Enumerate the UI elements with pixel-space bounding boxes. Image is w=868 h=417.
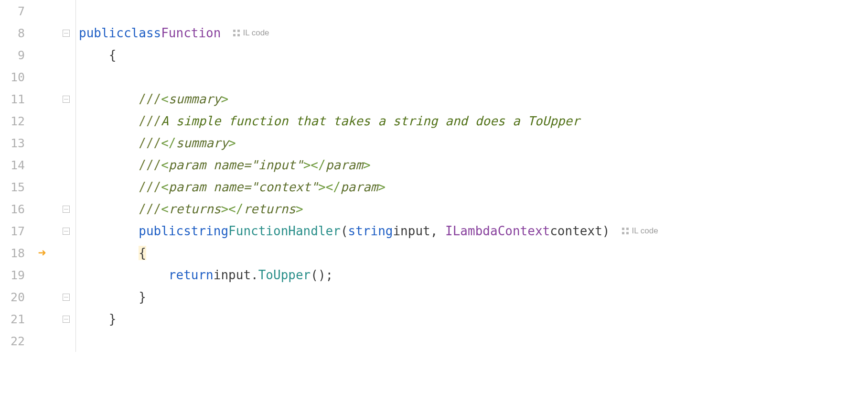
indent — [79, 114, 139, 128]
type: string — [348, 224, 393, 238]
keyword: return — [169, 268, 214, 282]
svg-rect-5 — [626, 228, 629, 230]
doc-slashes: /// — [139, 202, 161, 216]
line-number: 7 — [0, 4, 28, 18]
code-line[interactable]: /// </summary> — [76, 132, 868, 154]
code-line[interactable]: public string FunctionHandler(string inp… — [76, 220, 868, 242]
svg-rect-1 — [237, 30, 240, 32]
il-icon — [622, 228, 629, 234]
indent — [79, 224, 139, 238]
code-line[interactable]: } — [76, 286, 868, 308]
il-icon — [233, 30, 240, 36]
code-line[interactable]: { — [76, 242, 868, 264]
code-line[interactable]: /// A simple function that takes a strin… — [76, 110, 868, 132]
type: string — [183, 224, 228, 238]
doc-tag: <summary> — [161, 92, 228, 106]
doc-tag: <returns></returns> — [161, 202, 303, 216]
doc-slashes: /// — [139, 158, 161, 172]
code-line[interactable]: /// <summary> — [76, 88, 868, 110]
indent — [79, 312, 109, 326]
brace: } — [109, 312, 117, 326]
svg-rect-3 — [237, 34, 240, 36]
parens: () — [311, 268, 325, 282]
line-number: 22 — [0, 334, 28, 348]
line-number: 18 — [0, 246, 28, 260]
fold-toggle[interactable] — [63, 206, 70, 213]
indent — [79, 92, 139, 106]
svg-rect-6 — [622, 232, 624, 234]
doc-slashes: /// — [139, 92, 161, 106]
code-line[interactable]: return input.ToUpper(); — [76, 264, 868, 286]
svg-rect-2 — [233, 34, 236, 36]
paren: ( — [341, 224, 348, 238]
semicolon: ; — [326, 268, 333, 282]
indent — [79, 202, 139, 216]
indent — [79, 158, 139, 172]
fold-toggle[interactable] — [63, 316, 70, 323]
indent — [79, 180, 139, 194]
line-number: 15 — [0, 180, 28, 194]
paren: ) — [602, 224, 610, 238]
brace: } — [139, 290, 146, 304]
keyword: class — [124, 26, 161, 40]
code-line[interactable] — [76, 330, 868, 352]
code-line[interactable]: } — [76, 308, 868, 330]
gutter: 7 8 9 10 11 12 13 14 15 16 17 18 ➜ 19 20… — [0, 0, 76, 352]
code-line[interactable] — [76, 0, 868, 22]
fold-toggle[interactable] — [63, 30, 70, 37]
doc-slashes: /// — [139, 136, 161, 150]
brace: { — [109, 48, 117, 62]
line-number: 16 — [0, 202, 28, 216]
doc-tag: </summary> — [161, 136, 236, 150]
code-line[interactable]: public class Function IL code — [76, 22, 868, 44]
doc-tag: <param name="context"></param> — [161, 180, 386, 194]
line-number: 12 — [0, 114, 28, 128]
indent — [79, 136, 139, 150]
method-name: FunctionHandler — [228, 224, 341, 238]
indent — [79, 290, 139, 304]
code-area[interactable]: public class Function IL code { /// <sum… — [76, 0, 868, 352]
svg-rect-7 — [626, 232, 629, 234]
dot: . — [251, 268, 258, 282]
param-name: context — [550, 224, 602, 238]
line-number: 9 — [0, 48, 28, 62]
code-line[interactable]: /// <returns></returns> — [76, 198, 868, 220]
line-number: 21 — [0, 312, 28, 326]
fold-toggle[interactable] — [63, 294, 70, 301]
line-number: 17 — [0, 224, 28, 238]
doc-tag: <param name="input"></param> — [161, 158, 370, 172]
indent — [79, 268, 169, 282]
line-number: 13 — [0, 136, 28, 150]
il-code-label: IL code — [632, 226, 658, 236]
line-number: 20 — [0, 290, 28, 304]
param-name: input — [393, 224, 430, 238]
il-code-hint[interactable]: IL code — [233, 28, 269, 38]
svg-rect-4 — [622, 228, 624, 230]
code-line[interactable]: { — [76, 44, 868, 66]
identifier: input — [214, 268, 251, 282]
line-number: 10 — [0, 70, 28, 84]
fold-toggle[interactable] — [63, 228, 70, 235]
comma: , — [430, 224, 445, 238]
keyword: public — [139, 224, 183, 238]
brace: { — [139, 246, 146, 260]
keyword: public — [79, 26, 124, 40]
code-line[interactable]: /// <param name="context"></param> — [76, 176, 868, 198]
code-line[interactable] — [76, 66, 868, 88]
il-code-hint[interactable]: IL code — [622, 226, 658, 236]
method-call: ToUpper — [258, 268, 311, 282]
type: ILambdaContext — [445, 224, 550, 238]
indent — [79, 48, 109, 62]
code-editor: 7 8 9 10 11 12 13 14 15 16 17 18 ➜ 19 20… — [0, 0, 868, 352]
fold-toggle[interactable] — [63, 96, 70, 103]
indent — [79, 246, 139, 260]
line-number: 14 — [0, 158, 28, 172]
il-code-label: IL code — [243, 28, 269, 38]
doc-slashes: /// — [139, 180, 161, 194]
line-number: 8 — [0, 26, 28, 40]
line-number: 11 — [0, 92, 28, 106]
doc-slashes: /// — [139, 114, 161, 128]
code-line[interactable]: /// <param name="input"></param> — [76, 154, 868, 176]
line-number: 19 — [0, 268, 28, 282]
class-name: Function — [161, 26, 221, 40]
